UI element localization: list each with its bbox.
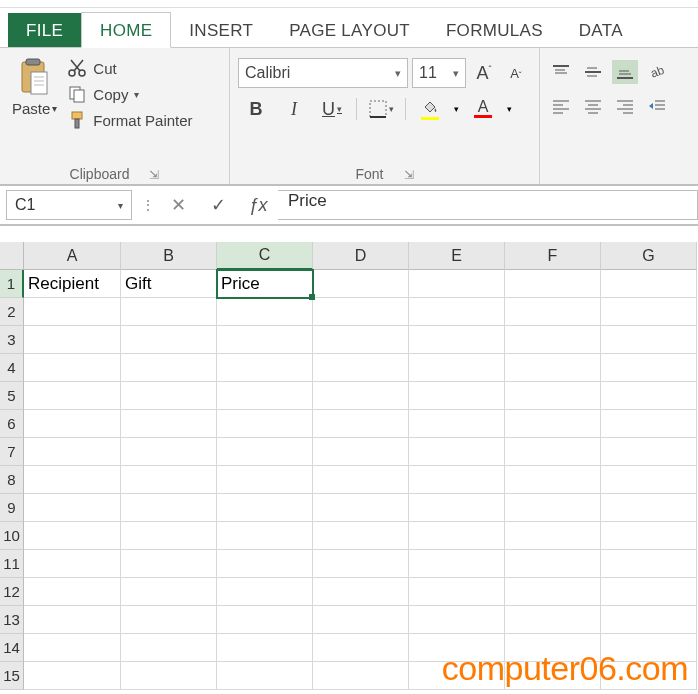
cell-B4[interactable] [121, 354, 217, 382]
cell-B3[interactable] [121, 326, 217, 354]
cell-G6[interactable] [601, 410, 697, 438]
cell-E14[interactable] [409, 634, 505, 662]
cell-F6[interactable] [505, 410, 601, 438]
column-header-D[interactable]: D [313, 242, 409, 270]
dialog-launcher-icon[interactable]: ⇲ [404, 168, 414, 182]
decrease-font-button[interactable]: Aˇ [502, 58, 530, 88]
column-header-C[interactable]: C [217, 242, 313, 270]
cell-C15[interactable] [217, 662, 313, 690]
row-header-7[interactable]: 7 [0, 438, 24, 466]
cell-B5[interactable] [121, 382, 217, 410]
row-header-3[interactable]: 3 [0, 326, 24, 354]
cell-F4[interactable] [505, 354, 601, 382]
column-header-G[interactable]: G [601, 242, 697, 270]
cell-C10[interactable] [217, 522, 313, 550]
cell-E5[interactable] [409, 382, 505, 410]
cell-A6[interactable] [24, 410, 121, 438]
enter-button[interactable]: ✓ [198, 190, 238, 220]
insert-function-button[interactable]: ƒx [238, 190, 278, 220]
cell-A10[interactable] [24, 522, 121, 550]
cell-A9[interactable] [24, 494, 121, 522]
cell-E8[interactable] [409, 466, 505, 494]
row-header-15[interactable]: 15 [0, 662, 24, 690]
cell-D12[interactable] [313, 578, 409, 606]
row-header-13[interactable]: 13 [0, 606, 24, 634]
cell-E4[interactable] [409, 354, 505, 382]
cell-C6[interactable] [217, 410, 313, 438]
tab-file[interactable]: FILE [8, 13, 81, 47]
cell-F12[interactable] [505, 578, 601, 606]
cell-G5[interactable] [601, 382, 697, 410]
cell-B13[interactable] [121, 606, 217, 634]
cell-G10[interactable] [601, 522, 697, 550]
font-color-button[interactable]: A [469, 96, 497, 122]
cell-F2[interactable] [505, 298, 601, 326]
copy-button[interactable]: Copy ▾ [67, 84, 192, 104]
cell-C7[interactable] [217, 438, 313, 466]
select-all-corner[interactable] [0, 242, 24, 270]
cell-D11[interactable] [313, 550, 409, 578]
cell-A14[interactable] [24, 634, 121, 662]
cell-C9[interactable] [217, 494, 313, 522]
cell-A8[interactable] [24, 466, 121, 494]
tab-page-layout[interactable]: PAGE LAYOUT [271, 13, 428, 47]
align-left-button[interactable] [548, 94, 574, 118]
cell-B6[interactable] [121, 410, 217, 438]
cell-D2[interactable] [313, 298, 409, 326]
cell-C14[interactable] [217, 634, 313, 662]
cell-B9[interactable] [121, 494, 217, 522]
cell-B12[interactable] [121, 578, 217, 606]
border-button[interactable]: ▾ [367, 96, 395, 122]
cell-A5[interactable] [24, 382, 121, 410]
cell-D6[interactable] [313, 410, 409, 438]
cell-C11[interactable] [217, 550, 313, 578]
cancel-button[interactable]: ✕ [158, 190, 198, 220]
underline-button[interactable]: U▾ [318, 96, 346, 122]
cell-E6[interactable] [409, 410, 505, 438]
cell-D7[interactable] [313, 438, 409, 466]
name-box[interactable]: C1 ▾ [6, 190, 132, 220]
cell-E2[interactable] [409, 298, 505, 326]
cell-B2[interactable] [121, 298, 217, 326]
increase-font-button[interactable]: Aˆ [470, 58, 498, 88]
cell-A12[interactable] [24, 578, 121, 606]
cell-G1[interactable] [601, 270, 697, 298]
cell-F5[interactable] [505, 382, 601, 410]
cell-G9[interactable] [601, 494, 697, 522]
cell-G4[interactable] [601, 354, 697, 382]
column-header-A[interactable]: A [24, 242, 121, 270]
row-header-5[interactable]: 5 [0, 382, 24, 410]
row-header-8[interactable]: 8 [0, 466, 24, 494]
align-middle-button[interactable] [580, 60, 606, 84]
cell-E7[interactable] [409, 438, 505, 466]
cell-B8[interactable] [121, 466, 217, 494]
font-size-combo[interactable]: 11▾ [412, 58, 466, 88]
cell-D8[interactable] [313, 466, 409, 494]
row-header-1[interactable]: 1 [0, 270, 24, 298]
orientation-button[interactable]: ab [644, 60, 670, 84]
cell-C3[interactable] [217, 326, 313, 354]
tab-formulas[interactable]: FORMULAS [428, 13, 561, 47]
align-right-button[interactable] [612, 94, 638, 118]
italic-button[interactable]: I [280, 96, 308, 122]
cell-E1[interactable] [409, 270, 505, 298]
paste-button[interactable]: Paste▾ [8, 56, 61, 119]
cell-D15[interactable] [313, 662, 409, 690]
cell-G3[interactable] [601, 326, 697, 354]
cell-C1[interactable]: Price [217, 270, 313, 298]
cell-B11[interactable] [121, 550, 217, 578]
cell-A15[interactable] [24, 662, 121, 690]
cell-C13[interactable] [217, 606, 313, 634]
cell-A1[interactable]: Recipient [24, 270, 121, 298]
cell-E10[interactable] [409, 522, 505, 550]
cell-B1[interactable]: Gift [121, 270, 217, 298]
decrease-indent-button[interactable] [644, 94, 670, 118]
cell-D9[interactable] [313, 494, 409, 522]
fill-color-button[interactable] [416, 96, 444, 122]
cell-C2[interactable] [217, 298, 313, 326]
bold-button[interactable]: B [242, 96, 270, 122]
cell-E15[interactable] [409, 662, 505, 690]
align-bottom-button[interactable] [612, 60, 638, 84]
cell-E12[interactable] [409, 578, 505, 606]
cut-button[interactable]: Cut [67, 58, 192, 78]
